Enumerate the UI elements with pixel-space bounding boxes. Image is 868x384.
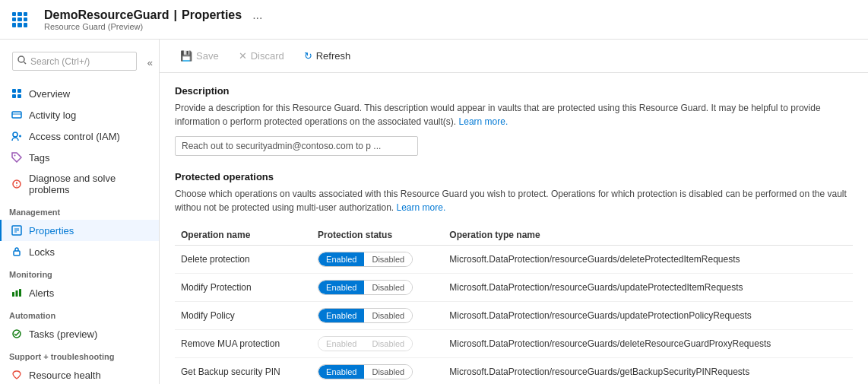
table-row: Get Backup security PINEnabledDisabledMi… xyxy=(175,358,853,385)
main-layout: Search (Ctrl+/) « Overview Activity log … xyxy=(0,40,868,384)
svg-point-11 xyxy=(14,155,16,157)
page-title: Properties xyxy=(182,8,242,22)
sidebar-item-tasks[interactable]: Tasks (preview) xyxy=(0,323,159,344)
alerts-label: Alerts xyxy=(29,287,54,299)
diagnose-label: Diagnose and solve problems xyxy=(29,173,150,195)
refresh-icon: ↻ xyxy=(304,50,312,62)
health-icon xyxy=(11,369,23,381)
top-bar: DemoResourceGuard | Properties ... Resou… xyxy=(0,0,868,40)
col-header-status: Protection status xyxy=(312,225,443,246)
toolbar: 💾 Save ✕ Discard ↻ Refresh xyxy=(160,40,868,73)
sidebar-item-access-control[interactable]: Access control (IAM) xyxy=(0,125,159,147)
protection-status-cell[interactable]: EnabledDisabled xyxy=(312,330,443,358)
svg-rect-19 xyxy=(14,251,20,255)
svg-rect-6 xyxy=(12,112,21,118)
sidebar-item-alerts[interactable]: Alerts xyxy=(0,282,159,303)
properties-label: Properties xyxy=(29,225,74,236)
enabled-button[interactable]: Enabled xyxy=(318,365,364,379)
svg-rect-2 xyxy=(12,89,16,93)
svg-rect-22 xyxy=(19,289,21,297)
disabled-button[interactable]: Disabled xyxy=(364,337,412,351)
sidebar-item-tags[interactable]: Tags xyxy=(0,147,159,168)
operation-type-cell: Microsoft.DataProtection/resourceGuards/… xyxy=(443,358,853,385)
section-management-label: Management xyxy=(0,200,159,220)
locks-label: Locks xyxy=(29,246,55,258)
toggle-group[interactable]: EnabledDisabled xyxy=(318,252,413,267)
overview-label: Overview xyxy=(29,88,70,100)
table-row: Delete protectionEnabledDisabledMicrosof… xyxy=(175,246,853,274)
enabled-button[interactable]: Enabled xyxy=(318,337,364,351)
svg-rect-20 xyxy=(12,292,14,297)
svg-point-8 xyxy=(13,132,17,137)
table-row: Modify PolicyEnabledDisabledMicrosoft.Da… xyxy=(175,302,853,330)
diagnose-icon xyxy=(11,178,23,190)
operation-type-cell: Microsoft.DataProtection/resourceGuards/… xyxy=(443,246,853,274)
section-support-label: Support + troubleshooting xyxy=(0,344,159,364)
tags-label: Tags xyxy=(29,152,49,163)
protection-status-cell[interactable]: EnabledDisabled xyxy=(312,274,443,302)
enabled-button[interactable]: Enabled xyxy=(318,309,364,322)
description-learn-more-link[interactable]: Learn more. xyxy=(459,116,508,127)
refresh-button[interactable]: ↻ Refresh xyxy=(296,46,360,66)
content-area: 💾 Save ✕ Discard ↻ Refresh Description P… xyxy=(160,40,868,384)
operation-name-cell: Delete protection xyxy=(175,246,312,274)
disabled-button[interactable]: Disabled xyxy=(364,252,412,266)
sidebar-item-activity-log[interactable]: Activity log xyxy=(0,104,159,125)
activity-log-label: Activity log xyxy=(29,109,76,121)
protected-ops-section-title: Protected operations xyxy=(175,171,853,182)
sidebar: Search (Ctrl+/) « Overview Activity log … xyxy=(0,40,160,384)
operation-type-cell: Microsoft.DataProtection/resourceGuards/… xyxy=(443,330,853,358)
header-title-block: DemoResourceGuard | Properties ... Resou… xyxy=(44,8,262,31)
save-label: Save xyxy=(196,50,219,62)
discard-icon: ✕ xyxy=(239,50,247,62)
disabled-button[interactable]: Disabled xyxy=(364,281,412,294)
toggle-group[interactable]: EnabledDisabled xyxy=(318,364,413,379)
protected-ops-desc: Choose which operations on vaults associ… xyxy=(175,187,853,214)
svg-rect-3 xyxy=(17,89,21,93)
refresh-label: Refresh xyxy=(316,50,351,62)
col-header-operation: Operation name xyxy=(175,225,312,246)
toggle-group[interactable]: EnabledDisabled xyxy=(318,280,413,295)
table-row: Modify ProtectionEnabledDisabledMicrosof… xyxy=(175,274,853,302)
toggle-group[interactable]: EnabledDisabled xyxy=(318,336,413,351)
sidebar-item-locks[interactable]: Locks xyxy=(0,241,159,262)
alerts-icon xyxy=(11,287,23,299)
svg-point-14 xyxy=(16,186,17,187)
waffle-icon[interactable] xyxy=(12,12,27,27)
description-section-title: Description xyxy=(175,85,853,97)
content-body: Description Provide a description for th… xyxy=(160,73,868,384)
enabled-button[interactable]: Enabled xyxy=(318,252,364,266)
operation-type-cell: Microsoft.DataProtection/resourceGuards/… xyxy=(443,302,853,330)
resource-health-label: Resource health xyxy=(29,370,101,381)
disabled-button[interactable]: Disabled xyxy=(364,365,412,379)
save-icon: 💾 xyxy=(180,50,192,62)
more-options-icon[interactable]: ... xyxy=(252,8,262,22)
search-placeholder-text: Search (Ctrl+/) xyxy=(30,56,90,67)
toggle-group[interactable]: EnabledDisabled xyxy=(318,308,413,323)
operation-name-cell: Modify Policy xyxy=(175,302,312,330)
overview-icon xyxy=(11,87,23,100)
sidebar-item-properties[interactable]: Properties xyxy=(0,220,159,241)
protection-status-cell[interactable]: EnabledDisabled xyxy=(312,302,443,330)
protected-ops-learn-more-link[interactable]: Learn more. xyxy=(397,202,446,213)
sidebar-item-diagnose[interactable]: Diagnose and solve problems xyxy=(0,168,159,200)
discard-label: Discard xyxy=(251,50,284,62)
properties-icon xyxy=(11,224,23,236)
sidebar-search[interactable]: Search (Ctrl+/) xyxy=(12,52,137,71)
protection-status-cell[interactable]: EnabledDisabled xyxy=(312,246,443,274)
discard-button[interactable]: ✕ Discard xyxy=(230,46,293,66)
operation-type-cell: Microsoft.DataProtection/resourceGuards/… xyxy=(443,274,853,302)
resource-name: DemoResourceGuard xyxy=(44,8,169,22)
locks-icon xyxy=(11,246,23,258)
save-button[interactable]: 💾 Save xyxy=(172,46,227,66)
enabled-button[interactable]: Enabled xyxy=(318,281,364,294)
search-icon xyxy=(17,56,27,67)
disabled-button[interactable]: Disabled xyxy=(364,309,412,322)
sidebar-item-overview[interactable]: Overview xyxy=(0,83,159,104)
operation-name-cell: Modify Protection xyxy=(175,274,312,302)
sidebar-item-resource-health[interactable]: Resource health xyxy=(0,364,159,384)
description-input[interactable]: Reach out to securityadmin@contoso.com t… xyxy=(175,136,418,156)
protection-status-cell[interactable]: EnabledDisabled xyxy=(312,358,443,385)
sidebar-collapse-btn[interactable]: « xyxy=(147,57,153,68)
svg-rect-4 xyxy=(12,94,16,98)
